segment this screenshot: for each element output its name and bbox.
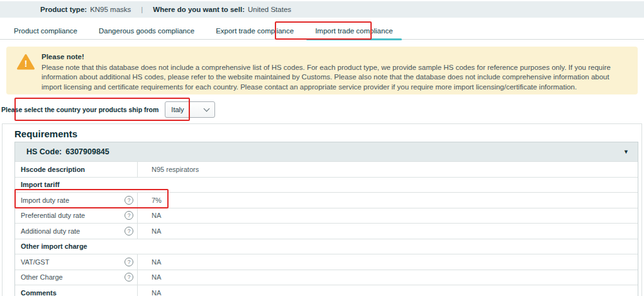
table-row-preferential-duty-rate: Preferential duty rate ? NA bbox=[15, 208, 638, 224]
notice-banner: ! Please note! Please note that this dat… bbox=[6, 47, 638, 94]
tab-product-compliance[interactable]: Product compliance bbox=[6, 23, 85, 39]
row-value: NA bbox=[138, 270, 638, 285]
section-label: Other import charge bbox=[15, 239, 638, 254]
help-icon[interactable]: ? bbox=[125, 211, 133, 220]
context-bar: Product type: KN95 masks | Where do you … bbox=[0, 1, 644, 18]
svg-text:!: ! bbox=[25, 59, 28, 69]
hs-code-label: HS Code: bbox=[26, 147, 62, 156]
ship-from-country-row: Please select the country your products … bbox=[1, 101, 215, 118]
divider: | bbox=[141, 6, 143, 13]
hs-code-table: HS Code: 6307909845 ▼ Hscode description… bbox=[14, 142, 638, 296]
row-label: Preferential duty rate bbox=[21, 212, 85, 219]
row-label: Comments bbox=[15, 285, 138, 296]
table-row-other-charge: Other Charge ? NA bbox=[15, 270, 638, 285]
table-section-import-tariff: Import tariff bbox=[15, 177, 638, 193]
row-value: N95 respirators bbox=[138, 162, 638, 177]
sell-destination-value: United States bbox=[248, 6, 291, 13]
section-label: Import tariff bbox=[15, 178, 638, 193]
chevron-down-icon bbox=[204, 106, 210, 112]
compliance-tabs: Product compliance Dangerous goods compl… bbox=[0, 23, 644, 40]
help-icon[interactable]: ? bbox=[125, 258, 133, 266]
row-value: NA bbox=[138, 208, 638, 224]
tab-export-trade-compliance[interactable]: Export trade compliance bbox=[208, 23, 301, 39]
row-value: NA bbox=[138, 224, 638, 239]
table-row-additional-duty-rate: Additional duty rate ? NA bbox=[15, 223, 638, 239]
ship-from-country-value: Italy bbox=[171, 106, 184, 113]
table-row-comments: Comments NA bbox=[15, 285, 638, 296]
product-type-value: KN95 masks bbox=[90, 6, 131, 13]
help-icon[interactable]: ? bbox=[125, 273, 133, 282]
notice-title: Please note! bbox=[42, 52, 623, 62]
row-value: NA bbox=[138, 285, 638, 296]
product-type-label: Product type: bbox=[40, 6, 87, 13]
table-row-vat-gst: VAT/GST ? NA bbox=[15, 254, 638, 270]
row-label: VAT/GST bbox=[21, 258, 49, 266]
tab-import-trade-compliance[interactable]: Import trade compliance bbox=[308, 23, 400, 39]
table-section-other-import-charge: Other import charge bbox=[15, 239, 638, 254]
requirements-card: Requirements HS Code: 6307909845 ▼ Hscod… bbox=[2, 123, 642, 296]
help-icon[interactable]: ? bbox=[125, 227, 133, 236]
hs-code-value: 6307909845 bbox=[65, 147, 109, 156]
row-value: NA bbox=[138, 254, 638, 270]
table-row-import-duty-rate: Import duty rate ? 7% bbox=[15, 192, 638, 208]
notice-body: Please note that this database does not … bbox=[42, 63, 623, 93]
table-row-hscode-description: Hscode description N95 respirators bbox=[15, 161, 638, 177]
tab-dangerous-goods-compliance[interactable]: Dangerous goods compliance bbox=[91, 23, 202, 39]
row-value: 7% bbox=[138, 193, 638, 208]
collapse-caret-icon[interactable]: ▼ bbox=[623, 149, 629, 155]
row-label: Other Charge bbox=[21, 273, 63, 281]
sell-destination-label: Where do you want to sell: bbox=[153, 6, 245, 13]
requirements-heading: Requirements bbox=[14, 128, 77, 139]
row-label: Additional duty rate bbox=[21, 227, 80, 235]
hs-code-header-row[interactable]: HS Code: 6307909845 ▼ bbox=[15, 142, 638, 161]
row-label: Hscode description bbox=[15, 162, 138, 177]
ship-from-country-select[interactable]: Italy bbox=[165, 101, 215, 118]
row-label: Import duty rate bbox=[21, 196, 69, 204]
help-icon[interactable]: ? bbox=[125, 196, 133, 205]
warning-icon: ! bbox=[16, 54, 35, 74]
ship-from-country-label: Please select the country your products … bbox=[1, 106, 158, 113]
